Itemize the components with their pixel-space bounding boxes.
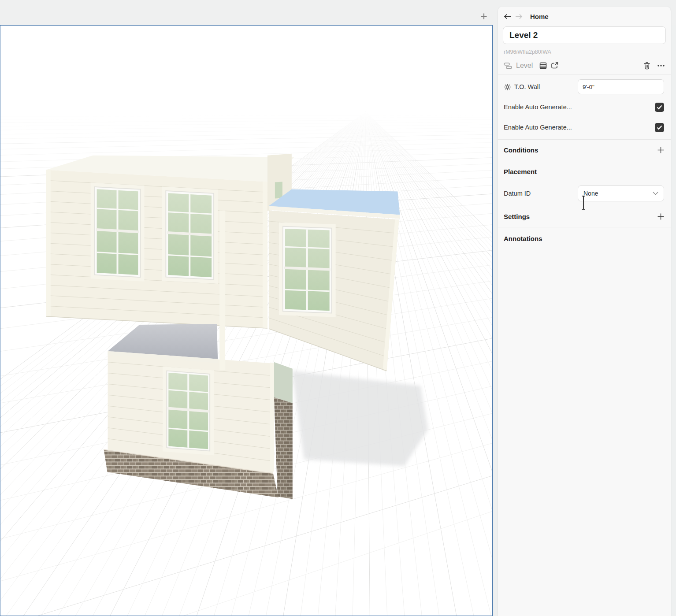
check-icon — [657, 105, 662, 110]
section-placement: Placement — [498, 161, 671, 182]
add-condition-button[interactable] — [657, 147, 664, 153]
plus-icon — [480, 13, 487, 20]
divider — [498, 74, 671, 74]
element-type-label: Level — [516, 62, 533, 70]
section-title: Placement — [504, 168, 537, 175]
check-icon — [657, 125, 662, 130]
open-external-button[interactable] — [551, 62, 559, 69]
brick-side-shade — [274, 397, 293, 499]
element-type-row: Level — [498, 61, 671, 71]
add-setting-button[interactable] — [657, 213, 664, 220]
corner-trim — [263, 182, 267, 328]
section-title: Conditions — [504, 146, 538, 154]
breadcrumb: Home — [498, 11, 671, 21]
gear-icon — [504, 83, 511, 91]
new-tab-button[interactable] — [478, 11, 490, 22]
auto-generate-row: Enable Auto Generate... — [498, 122, 671, 132]
auto-generate-checkbox[interactable] — [655, 103, 664, 112]
auto-generate-label: Enable Auto Generate... — [504, 124, 572, 131]
element-id: rM96iWfIa2p80IWA — [498, 49, 671, 56]
back-window-sliver — [275, 182, 282, 199]
window — [163, 367, 214, 455]
inspector-panel: Home rM96iWfIa2p80IWA Level — [498, 7, 671, 616]
section-annotations: Annotations — [498, 227, 671, 250]
section-conditions: Conditions — [498, 139, 671, 161]
auto-generate-label: Enable Auto Generate... — [504, 104, 572, 111]
delete-button[interactable] — [643, 62, 650, 70]
forward-button[interactable] — [515, 14, 523, 19]
overflow-menu-button[interactable] — [657, 64, 665, 67]
window — [279, 222, 336, 317]
section-title: Settings — [504, 213, 530, 220]
schedule-button[interactable] — [539, 62, 547, 69]
scene-canvas[interactable] — [0, 26, 492, 616]
element-name-input[interactable] — [503, 26, 666, 44]
plus-icon — [657, 147, 664, 153]
app-window: { "topbar": { "new_tab_label": "+" }, "b… — [0, 0, 676, 616]
datum-id-select[interactable]: None — [578, 186, 664, 201]
datum-id-value: None — [583, 190, 598, 197]
ellipsis-icon — [657, 64, 665, 67]
trash-icon — [643, 62, 650, 70]
to-wall-row: T.O. Wall — [498, 79, 671, 94]
sky — [0, 26, 492, 112]
datum-id-row: Datum ID None — [498, 186, 671, 201]
plus-icon — [657, 213, 664, 220]
breadcrumb-title: Home — [530, 13, 549, 20]
levels-icon — [504, 63, 512, 69]
window — [162, 187, 218, 284]
window — [91, 183, 145, 282]
side-interior-sliver — [274, 362, 293, 403]
datum-id-label: Datum ID — [504, 190, 531, 197]
chevron-down-icon — [653, 192, 658, 195]
wall-batten — [219, 210, 225, 370]
corner-trim — [46, 170, 51, 316]
auto-generate-row: Enable Auto Generate... — [498, 102, 671, 112]
corner-trim — [270, 363, 274, 472]
back-button[interactable] — [504, 14, 511, 19]
auto-generate-checkbox[interactable] — [655, 123, 664, 132]
export-icon — [551, 62, 559, 69]
to-wall-input[interactable] — [578, 79, 664, 94]
arrow-right-icon — [515, 14, 523, 19]
section-settings: Settings — [498, 206, 671, 227]
viewport-3d[interactable] — [0, 25, 493, 616]
table-rows-icon — [539, 62, 547, 69]
to-wall-label: T.O. Wall — [514, 83, 540, 90]
arrow-left-icon — [504, 14, 511, 19]
section-title: Annotations — [504, 235, 542, 242]
house-shadow — [292, 371, 428, 466]
